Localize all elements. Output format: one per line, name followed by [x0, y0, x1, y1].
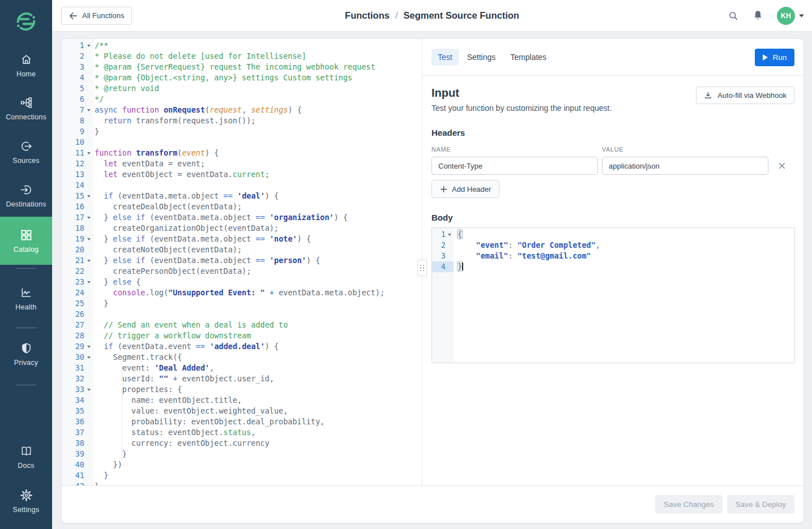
code-editor[interactable]: 1 /**2 * Please do not delete [used for …: [62, 39, 422, 487]
code-line[interactable]: 15 if (eventData.meta.object == 'deal') …: [62, 191, 422, 201]
save-deploy-button[interactable]: Save & Deploy: [727, 495, 794, 514]
code-line[interactable]: 28 // trigger a workflow downstream: [62, 330, 422, 341]
code-line[interactable]: 39 }: [62, 449, 422, 459]
code-line[interactable]: 35 value: eventObject.weighted_value,: [62, 406, 422, 416]
code-line[interactable]: 1 {: [432, 229, 794, 240]
code-line[interactable]: 5 * @return void: [62, 83, 422, 94]
fold-toggle-icon[interactable]: [84, 384, 93, 395]
chevron-down-icon: [799, 14, 804, 18]
fold-toggle-icon[interactable]: [84, 234, 93, 244]
save-changes-button[interactable]: Save Changes: [655, 495, 723, 514]
code-line[interactable]: 33 properties: {: [62, 384, 422, 395]
code-line[interactable]: 21 } else if (eventData.meta.object == '…: [62, 255, 422, 266]
line-number: 14: [62, 180, 84, 191]
sidebar-item-destinations[interactable]: Destinations: [0, 183, 52, 208]
all-functions-back-button[interactable]: All Functions: [61, 7, 132, 25]
fold-toggle-icon[interactable]: [84, 352, 93, 363]
code-line[interactable]: 31 event: 'Deal Added',: [62, 363, 422, 373]
code-line[interactable]: 27 // Send an event when a deal is added…: [62, 320, 422, 330]
code-line[interactable]: 6 */: [62, 94, 422, 105]
sidebar-item-sources[interactable]: Sources: [0, 140, 52, 165]
sources-icon: [20, 140, 33, 153]
code-line[interactable]: 30 Segment.track({: [62, 352, 422, 363]
code-line[interactable]: 10: [62, 137, 422, 148]
code-line[interactable]: 12 let eventData = event;: [62, 158, 422, 169]
breadcrumb-functions[interactable]: Functions: [345, 10, 390, 21]
code-line[interactable]: 1 /**: [62, 40, 422, 51]
sidebar-item-home[interactable]: Home: [0, 53, 52, 78]
sidebar-item-catalog[interactable]: Catalog: [0, 217, 52, 265]
code-line[interactable]: 20 createNoteObject(eventData);: [62, 244, 422, 255]
sidebar-item-privacy[interactable]: Privacy: [0, 342, 52, 367]
fold-toggle-icon[interactable]: [84, 255, 93, 266]
tab-templates[interactable]: Templates: [504, 49, 553, 66]
code-line[interactable]: 19 } else if (eventData.meta.object == '…: [62, 234, 422, 244]
search-icon[interactable]: [728, 10, 739, 21]
segment-logo-icon[interactable]: [0, 9, 52, 34]
code-line[interactable]: 23 } else {: [62, 277, 422, 287]
code-line[interactable]: 22 createPersonObject(eventData);: [62, 266, 422, 277]
code-line[interactable]: 8 return transform(request.json());: [62, 115, 422, 126]
fold-toggle-icon[interactable]: [84, 40, 93, 51]
body-json-editor[interactable]: 1 {2 "event": "Order Completed",3 "email…: [431, 227, 795, 363]
code-line[interactable]: 13 let eventObject = eventData.current;: [62, 169, 422, 180]
line-number: 9: [62, 126, 84, 137]
user-menu[interactable]: KH: [777, 7, 804, 25]
code-line[interactable]: 41 }: [62, 470, 422, 481]
fold-spacer: [84, 115, 93, 126]
sidebar-divider: [16, 328, 36, 328]
add-header-button[interactable]: Add Header: [431, 180, 499, 198]
code-line[interactable]: 11 function transform(event) {: [62, 148, 422, 158]
code-line[interactable]: 26: [62, 309, 422, 320]
fold-toggle-icon[interactable]: [84, 105, 93, 115]
autofill-webhook-button[interactable]: Auto-fill via Webhook: [696, 87, 794, 104]
code-line[interactable]: 4 }: [432, 261, 794, 272]
remove-header-button[interactable]: [778, 162, 786, 170]
tab-settings[interactable]: Settings: [461, 49, 502, 66]
sidebar-item-health[interactable]: Health: [0, 286, 52, 311]
fold-toggle-icon[interactable]: [446, 229, 454, 240]
line-number: 38: [62, 438, 84, 449]
line-number: 11: [62, 148, 84, 158]
fold-toggle-icon[interactable]: [84, 341, 93, 352]
code-line[interactable]: 17 } else if (eventData.meta.object == '…: [62, 212, 422, 223]
header-value-input[interactable]: [602, 157, 768, 175]
sidebar-item-label: Privacy: [14, 359, 38, 367]
header-name-input[interactable]: [431, 157, 598, 175]
code-line[interactable]: 4 * @param {Object.<string, any>} settin…: [62, 72, 422, 83]
line-number: 15: [62, 191, 84, 201]
code-line[interactable]: 7 async function onRequest(request, sett…: [62, 105, 422, 115]
add-header-label: Add Header: [452, 185, 491, 193]
fold-spacer: [84, 223, 93, 234]
run-button[interactable]: Run: [755, 49, 794, 66]
sidebar-item-settings[interactable]: Settings: [0, 489, 52, 514]
fold-toggle-icon[interactable]: [84, 191, 93, 201]
code-line[interactable]: 16 createDealObject(eventData);: [62, 201, 422, 212]
code-line[interactable]: 3 * @param {ServerRequest} request The i…: [62, 62, 422, 72]
code-line[interactable]: 3 "email": "test@gmail.com": [432, 251, 794, 261]
destinations-icon: [20, 183, 33, 196]
code-line[interactable]: 40 }): [62, 459, 422, 470]
sidebar-item-label: Catalog: [14, 246, 39, 253]
code-line[interactable]: 32 userId: "" + eventObject.user_id,: [62, 373, 422, 384]
code-line[interactable]: 37 status: eventObject.status,: [62, 427, 422, 438]
code-line[interactable]: 34 name: eventObject.title,: [62, 395, 422, 406]
sidebar-item-connections[interactable]: Connections: [0, 96, 52, 121]
fold-toggle-icon[interactable]: [84, 277, 93, 287]
code-line[interactable]: 25 }: [62, 298, 422, 309]
code-line[interactable]: 2 "event": "Order Completed",: [432, 240, 794, 251]
code-line[interactable]: 2 * Please do not delete [used for Intel…: [62, 51, 422, 62]
code-line[interactable]: 24 console.log("Unsupported Event: " + e…: [62, 287, 422, 298]
code-line[interactable]: 9 }: [62, 126, 422, 137]
code-line[interactable]: 14: [62, 180, 422, 191]
code-line[interactable]: 36 probability: eventObject.deal_probabi…: [62, 416, 422, 427]
code-line[interactable]: 38 currency: eventObject.currency: [62, 438, 422, 449]
notifications-bell-icon[interactable]: [753, 10, 763, 21]
code-line[interactable]: 18 createOrganizationObject(eventData);: [62, 223, 422, 234]
tab-test[interactable]: Test: [431, 49, 459, 66]
fold-toggle-icon[interactable]: [84, 212, 93, 223]
avatar[interactable]: KH: [777, 7, 795, 25]
fold-toggle-icon[interactable]: [84, 148, 93, 158]
sidebar-item-docs[interactable]: Docs: [0, 445, 52, 470]
code-line[interactable]: 29 if (eventData.event == 'added.deal') …: [62, 341, 422, 352]
